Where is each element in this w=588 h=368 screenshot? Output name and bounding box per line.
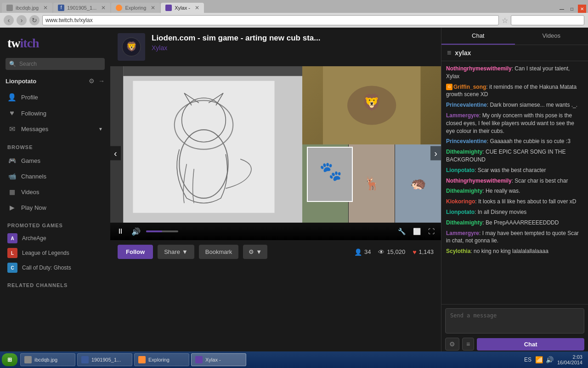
taskbar-icon-4 [195,356,203,363]
total-viewer-count: 15,020 [387,248,405,255]
sidebar-item-play-now[interactable]: ▶ Play Now [0,200,110,215]
taskbar-items: ibcdqb.jpg 1901905_1... Exploring Xylax … [20,353,524,366]
stream-title: Lioden.com - sim game - arting new cub s… [152,33,320,43]
tab-ibcdqb[interactable]: ibcdqb.jpg ✕ [2,3,52,13]
video-player: 🦁 🐾 [110,66,441,223]
user-icons: ⚙ → [89,77,105,85]
promoted-item-cod[interactable]: C Call of Duty: Ghosts [0,260,110,275]
taskbar-item-1[interactable]: ibcdqb.jpg [20,353,75,366]
promoted-label-cod: Call of Duty: Ghosts [22,264,71,271]
share-button[interactable]: Share ▼ [158,245,194,259]
taskbar-icon-3 [138,356,146,363]
chat-message: Scylothia: no king no king lalalalallala… [446,247,583,255]
viewer-stat: 👤 34 [354,248,371,256]
reference-photos: 🦁 🐾 [302,66,441,223]
back-button[interactable]: ‹ [4,15,14,25]
svg-text:🐾: 🐾 [319,160,342,182]
volume-slider[interactable] [146,230,178,232]
logout-icon-btn[interactable]: → [98,77,105,85]
taskbar-item-3[interactable]: Exploring [134,353,189,366]
sidebar-item-channels[interactable]: 📹 Channels [0,168,110,184]
tab-videos[interactable]: Videos [515,28,588,45]
tab-chat[interactable]: Chat [441,28,515,45]
cod-icon: C [7,263,17,273]
tab-exploring[interactable]: Exploring ✕ [111,3,160,13]
tab-label: ibcdqb.jpg [16,5,39,11]
start-button[interactable]: ⊞ [2,353,17,366]
taskbar-label-4: Xylax - [205,357,221,362]
network-icon: 📶 [535,356,543,363]
channels-icon: 📹 [7,172,17,181]
minimize-btn[interactable]: — [558,5,566,13]
chat-gear-button[interactable]: ⚙ [445,338,459,351]
bookmark-button[interactable]: Bookmark [199,245,239,259]
taskbar-locale: ES [524,356,531,363]
url-bar[interactable] [42,15,499,25]
taskbar-icon-2 [81,356,89,363]
svg-text:🦁: 🦁 [362,93,382,112]
sidebar-item-label-profile: Profile [21,94,38,101]
stream-avatar: 🦁 [118,33,145,61]
taskbar-icon-1 [24,356,32,363]
next-stream-button[interactable]: › [430,146,441,161]
prev-stream-button[interactable]: ‹ [110,146,121,161]
search-icon: 🔍 [9,61,16,67]
sidebar-item-videos[interactable]: ▦ Videos [0,184,110,200]
promoted-item-archeage[interactable]: A ArcheAge [0,231,110,246]
play-icon: ▶ [7,203,17,212]
tab-fb[interactable]: f 1901905_1... ✕ [53,3,110,13]
tab-close[interactable]: ✕ [43,5,48,11]
share-chevron-icon: ▼ [182,248,188,255]
promoted-label-archeage: ArcheAge [22,235,46,242]
theater-mode-button[interactable]: ⬜ [411,227,423,236]
tab-close-fb[interactable]: ✕ [101,5,106,11]
browse-title: BROWSE [0,142,110,153]
tab-label-fb: 1901905_1... [67,5,96,11]
chat-emotes-button[interactable]: ≡ [462,338,474,351]
settings-icon-btn[interactable]: ⚙ [89,77,95,85]
chat-input[interactable] [445,308,584,334]
taskbar-item-2[interactable]: 1901905_1... [77,353,132,366]
tab-close-twitch[interactable]: ✕ [195,5,199,11]
close-btn[interactable]: ✕ [578,5,586,13]
taskbar-item-4[interactable]: Xylax - [191,353,246,366]
video-nav: ‹ › [110,66,441,240]
maximize-btn[interactable]: □ [568,5,576,13]
stream-info: Lioden.com - sim game - arting new cub s… [152,33,320,52]
messages-icon: ✉ [7,125,17,133]
windows-logo: ⊞ [7,356,12,363]
chat-message: GGriffin_song: it reminds me of the Haku… [446,83,583,99]
sidebar-item-label-messages: Messages [21,126,48,132]
streamer-name[interactable]: Xylax [152,44,320,52]
browser-search[interactable] [511,15,584,25]
promoted-item-lol[interactable]: L League of Legends [0,246,110,260]
tab-label-exploring: Exploring [125,5,146,11]
sidebar-item-profile[interactable]: 👤 Profile [0,89,110,105]
chat-message: Nothingrhymeswithemily: Can I steal your… [446,65,583,80]
clock-date: 16/04/2014 [557,360,582,365]
sidebar-item-games[interactable]: 🎮 Games [0,153,110,168]
chat-menu-icon[interactable]: ≡ [447,49,451,57]
bookmark-icon[interactable]: ☆ [502,16,508,25]
viewers-icon: 👤 [354,248,362,256]
chat-actions: ⚙ ≡ Chat [445,338,584,351]
volume-button[interactable]: 🔊 [130,226,142,237]
tab-twitch[interactable]: Xylax - ✕ [161,3,204,13]
stream-settings-button[interactable]: ⚙ ▼ [243,245,267,259]
forward-button[interactable]: › [17,15,27,25]
chevron-down-icon: ▼ [98,126,103,132]
chat-message: Lionpotato: Scar was the best character [446,167,583,174]
sidebar-item-following[interactable]: ♥ Following [0,105,110,121]
fullscreen-button[interactable]: ⛶ [426,227,436,236]
main-content: 🦁 Lioden.com - sim game - arting new cub… [110,28,441,354]
profile-icon: 👤 [7,93,17,102]
tab-icon-exploring [116,5,122,11]
sidebar-item-messages[interactable]: ✉ Messages ▼ [0,121,110,137]
play-pause-button[interactable]: ⏸ [115,226,126,236]
tab-close-exploring[interactable]: ✕ [151,5,155,11]
follow-button[interactable]: Follow [118,245,153,259]
refresh-button[interactable]: ↻ [29,15,40,25]
wrench-icon-btn[interactable]: 🔧 [396,227,407,236]
chat-send-button[interactable]: Chat [477,338,584,351]
search-input[interactable] [6,58,105,70]
